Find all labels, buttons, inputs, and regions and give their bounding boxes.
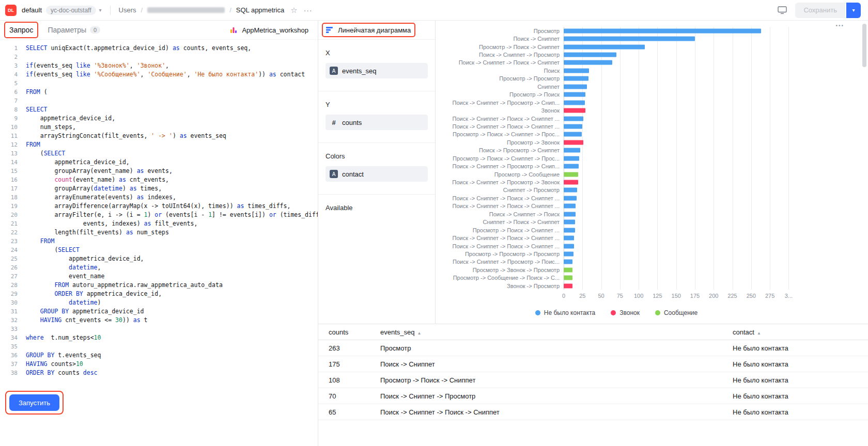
table-body: 263ПросмотрНе было контакта175Поиск -> С… bbox=[318, 340, 868, 420]
code-text: FROM bbox=[26, 140, 40, 149]
field-chip-events_seq[interactable]: Aevents_seq bbox=[326, 63, 428, 78]
code-line: 11 arrayStringConcat(filt_events, ' -> '… bbox=[0, 132, 318, 140]
category-label: Просмотр -> Просмотр -> Просмотр bbox=[436, 251, 564, 257]
number-field-icon: # bbox=[330, 119, 338, 126]
bar-track bbox=[564, 266, 795, 274]
bar[interactable] bbox=[564, 100, 585, 105]
bar[interactable] bbox=[564, 132, 582, 137]
x-tick-label: 175 bbox=[690, 293, 700, 299]
bar[interactable] bbox=[564, 251, 574, 256]
scrollbar-thumb[interactable] bbox=[862, 24, 866, 67]
bar-track bbox=[564, 178, 795, 186]
tab-parameters[interactable]: Параметры 0 bbox=[48, 26, 100, 34]
bar[interactable] bbox=[564, 164, 579, 169]
code-text: GROUP BY appmetrica_device_id bbox=[26, 307, 144, 316]
bar[interactable] bbox=[564, 220, 575, 225]
field-chip-counts[interactable]: #counts bbox=[326, 115, 428, 130]
bar[interactable] bbox=[564, 156, 579, 161]
breadcrumb-user-redacted[interactable] bbox=[147, 7, 225, 13]
favorite-star-icon[interactable]: ☆ bbox=[290, 6, 297, 15]
breadcrumb-users[interactable]: Users bbox=[119, 6, 136, 14]
chart-bar-row: Звонок bbox=[436, 106, 797, 114]
bar[interactable] bbox=[564, 53, 616, 57]
chart-bar-row: Поиск -> Сниппет -> Поиск -> Сниппет ... bbox=[436, 194, 797, 202]
bar-track bbox=[564, 115, 795, 122]
field-sections: XAevents_seqY#countsColorsAcontactAvaila… bbox=[318, 40, 435, 230]
bar[interactable] bbox=[564, 148, 580, 153]
code-text: appmetrica_device_id, bbox=[26, 158, 130, 167]
code-line: 21 events, indexes) as filt_events, bbox=[0, 219, 318, 228]
column-header-events_seq[interactable]: events_seq▲ bbox=[380, 328, 733, 336]
datalens-logo[interactable]: DL bbox=[5, 5, 17, 16]
category-label: Просмотр -> Поиск -> Сниппет bbox=[436, 44, 564, 50]
category-label: Поиск -> Сниппет bbox=[436, 36, 564, 42]
chart-bar-row: Поиск -> Сниппет -> Поиск -> Сниппет ... bbox=[436, 202, 797, 210]
column-header-counts[interactable]: counts bbox=[318, 328, 380, 336]
chart-type-selector[interactable]: Линейчатая диаграмма bbox=[326, 26, 411, 34]
instance-name[interactable]: default bbox=[22, 6, 42, 14]
x-tick-label: 150 bbox=[672, 293, 681, 299]
bar[interactable] bbox=[564, 244, 574, 248]
column-header-contact[interactable]: contact▲ bbox=[733, 328, 868, 336]
legend-dot bbox=[655, 310, 660, 315]
chevron-down-icon[interactable]: ▾ bbox=[99, 7, 102, 13]
bar[interactable] bbox=[564, 188, 577, 193]
bar[interactable] bbox=[564, 116, 583, 121]
bar[interactable] bbox=[564, 212, 576, 216]
category-label: Просмотр bbox=[436, 28, 564, 34]
category-label: Поиск -> Сниппет -> Поиск -> Сниппет ... bbox=[436, 195, 564, 201]
legend-item[interactable]: Не было контакта bbox=[535, 309, 595, 316]
chart-more-menu[interactable]: ••• bbox=[835, 23, 844, 28]
bar[interactable] bbox=[564, 37, 695, 41]
x-tick-label: 275 bbox=[765, 293, 774, 299]
connection-selector[interactable]: AppMetrica_workshop bbox=[229, 26, 308, 34]
bar[interactable] bbox=[564, 140, 583, 145]
bar-track bbox=[564, 147, 795, 154]
bar[interactable] bbox=[564, 68, 589, 73]
appmetrica-icon bbox=[229, 26, 238, 34]
bar[interactable] bbox=[564, 283, 572, 288]
bar[interactable] bbox=[564, 60, 612, 65]
save-button[interactable]: Сохранить bbox=[795, 3, 845, 18]
bar[interactable] bbox=[564, 260, 572, 264]
legend-item[interactable]: Сообщение bbox=[655, 309, 698, 316]
bar[interactable] bbox=[564, 228, 575, 232]
category-label: Просмотр -> Сообщение -> Поиск -> С... bbox=[436, 275, 564, 281]
chart-bar-row: Просмотр -> Поиск -> Сниппет ... bbox=[436, 226, 797, 234]
run-button[interactable]: Запустить bbox=[9, 394, 59, 411]
legend-item[interactable]: Звонок bbox=[611, 309, 640, 316]
bar[interactable] bbox=[564, 84, 587, 89]
code-text: FROM autoru_appmetrica.raw_appmetrica_au… bbox=[26, 281, 223, 290]
line-number: 16 bbox=[0, 176, 26, 184]
breadcrumb-separator: / bbox=[229, 6, 231, 14]
code-text: SELECT bbox=[26, 105, 48, 114]
category-label: Поиск -> Сниппет -> Поиск bbox=[436, 211, 564, 217]
bar[interactable] bbox=[564, 76, 588, 81]
bar-track bbox=[564, 162, 795, 170]
bar[interactable] bbox=[564, 92, 585, 97]
bar[interactable] bbox=[564, 44, 645, 49]
category-label: Просмотр -> Звонок -> Просмотр bbox=[436, 267, 564, 273]
bar[interactable] bbox=[564, 180, 578, 185]
bar-track bbox=[564, 91, 795, 99]
tab-query[interactable]: Запрос bbox=[9, 26, 33, 34]
category-label: Сниппет -> Просмотр bbox=[436, 187, 564, 193]
bar[interactable] bbox=[564, 196, 577, 200]
save-dropdown-button[interactable]: ▾ bbox=[846, 3, 861, 18]
bar[interactable] bbox=[564, 204, 576, 209]
bar[interactable] bbox=[564, 172, 578, 177]
more-menu-icon[interactable]: ··· bbox=[304, 6, 313, 14]
bar[interactable] bbox=[564, 276, 572, 280]
bar[interactable] bbox=[564, 124, 582, 129]
sql-code-editor[interactable]: 1SELECT uniqExact(t.appmetrica_device_id… bbox=[0, 40, 318, 394]
bar[interactable] bbox=[564, 267, 572, 272]
category-label: Просмотр -> Сообщение bbox=[436, 171, 564, 178]
code-line: 14 appmetrica_device_id, bbox=[0, 158, 318, 167]
bar[interactable] bbox=[564, 236, 574, 241]
display-icon[interactable] bbox=[778, 6, 787, 14]
bar[interactable] bbox=[564, 108, 585, 113]
bar[interactable] bbox=[564, 28, 761, 33]
code-line: 29 ORDER BY appmetrica_device_id, bbox=[0, 290, 318, 298]
table-cell: Не было контакта bbox=[733, 344, 868, 352]
field-chip-contact[interactable]: Acontact bbox=[326, 166, 428, 182]
